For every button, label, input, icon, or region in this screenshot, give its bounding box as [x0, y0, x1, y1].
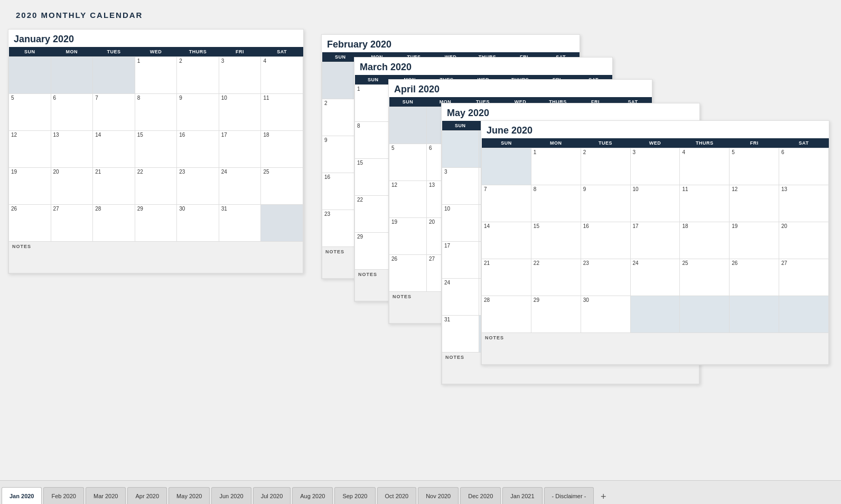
calendar-cell: [51, 57, 93, 94]
calendar-cell: 4: [680, 148, 730, 185]
day-header: THURS: [680, 138, 730, 148]
calendar-cell: 26: [730, 259, 779, 296]
tab-sep2020[interactable]: Sep 2020: [334, 487, 375, 504]
calendar-cell: 28: [93, 205, 135, 242]
calendar-cell: [389, 107, 427, 144]
calendar-cell: 20: [779, 222, 829, 259]
page-title: 2020 MONTHLY CALENDAR: [16, 11, 825, 20]
calendar-cell: 16: [177, 131, 219, 168]
calendar-cell: 22: [135, 168, 177, 205]
tab-jun2020[interactable]: Jun 2020: [211, 487, 251, 504]
tab-may2020[interactable]: May 2020: [169, 487, 210, 504]
calendar-cell: 12: [389, 181, 427, 218]
calendar-cell: 27: [51, 205, 93, 242]
calendar-cell: 22: [355, 196, 392, 233]
calendar-cell: [630, 296, 680, 333]
tab-apr2020[interactable]: Apr 2020: [127, 487, 167, 504]
calendar-cell: 15: [135, 131, 177, 168]
calendar-cell: 14: [93, 131, 135, 168]
day-header: SUN: [355, 75, 392, 85]
calendar-jun: June 2020SUNMONTUESWEDTHURSFRISAT1234567…: [481, 120, 829, 365]
calendar-cell: 1: [355, 85, 392, 122]
month-title-feb: February 2020: [322, 35, 580, 52]
calendar-cell: 15: [355, 159, 392, 196]
add-tab-button[interactable]: +: [596, 489, 611, 504]
tab-dec2020[interactable]: Dec 2020: [460, 487, 501, 504]
calendar-cell: 24: [442, 279, 479, 316]
calendar-cell: 10: [630, 185, 680, 222]
day-header: TUES: [93, 47, 135, 57]
calendar-jan: January 2020SUNMONTUESWEDTHURSFRISAT1234…: [8, 29, 304, 274]
calendar-cell: [93, 57, 135, 94]
calendar-cell: 8: [355, 122, 392, 159]
tab-jan2021[interactable]: Jan 2021: [502, 487, 542, 504]
day-header: SUN: [322, 52, 359, 62]
calendar-cell: [322, 62, 359, 99]
calendar-cell: 19: [9, 168, 51, 205]
calendar-cell: 23: [322, 210, 359, 247]
calendar-cell: [482, 148, 531, 185]
calendar-cell: 9: [581, 185, 630, 222]
tab-jan2020[interactable]: Jan 2020: [2, 487, 42, 504]
calendar-cell: [442, 131, 479, 168]
calendar-cell: 7: [93, 94, 135, 131]
calendar-cell: 23: [177, 168, 219, 205]
tab-aug2020[interactable]: Aug 2020: [292, 487, 333, 504]
calendar-cell: 24: [219, 168, 261, 205]
calendar-cell: 18: [680, 222, 730, 259]
calendar-cell: 30: [581, 296, 630, 333]
calendar-cell: 12: [730, 185, 779, 222]
calendar-cell: 2: [322, 99, 359, 136]
tab-feb2020[interactable]: Feb 2020: [43, 487, 83, 504]
calendar-cell: 17: [442, 242, 479, 279]
calendar-cell: 2: [581, 148, 630, 185]
calendar-table-jan: SUNMONTUESWEDTHURSFRISAT1234567891011121…: [8, 47, 303, 273]
calendar-cell: 11: [680, 185, 730, 222]
month-title-mar: March 2020: [354, 58, 612, 75]
calendar-cell: [779, 296, 829, 333]
calendar-cell: 28: [482, 296, 531, 333]
calendar-cell: 29: [355, 233, 392, 270]
calendar-cell: 1: [135, 57, 177, 94]
day-header: WED: [135, 47, 177, 57]
tab-nov2020[interactable]: Nov 2020: [418, 487, 459, 504]
tab-disclaimer[interactable]: - Disclaimer -: [544, 487, 594, 504]
month-title-apr: April 2020: [389, 80, 652, 97]
tab-oct2020[interactable]: Oct 2020: [377, 487, 417, 504]
calendar-cell: 27: [779, 259, 829, 296]
calendar-cell: [261, 205, 303, 242]
day-header: SUN: [389, 97, 427, 107]
calendar-cell: 20: [51, 168, 93, 205]
tab-mar2020[interactable]: Mar 2020: [86, 487, 126, 504]
calendar-cell: 14: [482, 222, 531, 259]
calendar-cell: 18: [261, 131, 303, 168]
calendar-cell: 17: [219, 131, 261, 168]
calendar-cell: 30: [177, 205, 219, 242]
calendar-cell: 3: [442, 168, 479, 205]
day-header: THURS: [177, 47, 219, 57]
month-title-jan: January 2020: [8, 30, 303, 47]
calendar-cell: 5: [730, 148, 779, 185]
calendar-cell: 12: [9, 131, 51, 168]
calendar-cell: 1: [531, 148, 581, 185]
day-header: FRI: [730, 138, 779, 148]
calendar-cell: 31: [219, 205, 261, 242]
calendar-cell: 2: [177, 57, 219, 94]
month-title-may: May 2020: [442, 103, 699, 121]
calendar-cell: 5: [9, 94, 51, 131]
tab-jul2020[interactable]: Jul 2020: [253, 487, 291, 504]
calendar-cell: 13: [51, 131, 93, 168]
calendar-cell: 29: [135, 205, 177, 242]
month-title-jun: June 2020: [481, 121, 829, 138]
day-header: WED: [630, 138, 680, 148]
notes-jun: NOTES: [482, 333, 829, 365]
calendar-cell: 26: [389, 255, 427, 292]
calendar-cell: 9: [322, 136, 359, 173]
calendar-cell: [680, 296, 730, 333]
calendar-cell: 17: [630, 222, 680, 259]
calendar-cell: 19: [730, 222, 779, 259]
calendar-cell: 19: [389, 218, 427, 255]
day-header: SUN: [482, 138, 531, 148]
calendar-cell: 11: [261, 94, 303, 131]
calendar-cell: 8: [135, 94, 177, 131]
